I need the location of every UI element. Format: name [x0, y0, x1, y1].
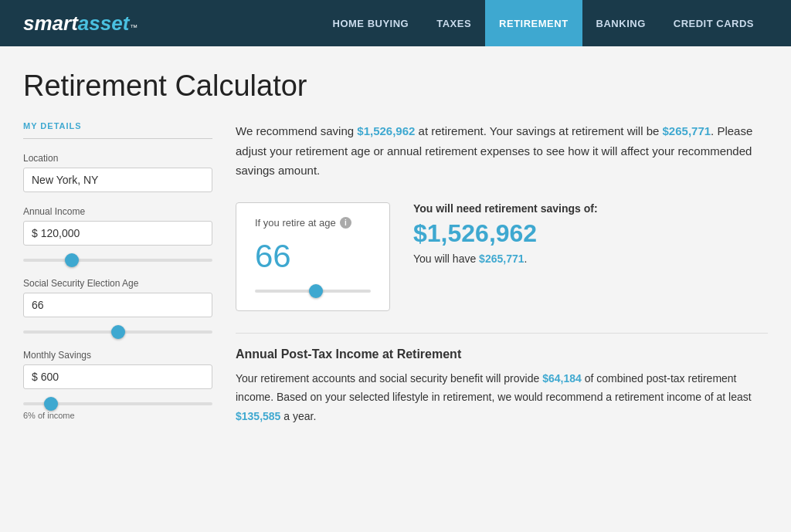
nav-credit-cards[interactable]: CREDIT CARDS — [660, 0, 768, 46]
savings-slider-wrap — [23, 395, 212, 408]
income-label: Annual Income — [23, 206, 212, 217]
annual-section: Annual Post-Tax Income at Retirement You… — [236, 333, 768, 426]
savings-slider[interactable] — [23, 402, 212, 405]
logo-tm: ™ — [130, 23, 137, 32]
savings-needed-label: You will need retirement savings of: — [413, 202, 768, 215]
header: smartasset™ HOME BUYING TAXES RETIREMENT… — [0, 0, 791, 46]
annual-amount2: $135,585 — [236, 410, 280, 422]
location-input[interactable] — [23, 168, 212, 192]
retire-area: If you retire at age i 66 You will need … — [236, 202, 768, 311]
page-title: Retirement Calculator — [23, 69, 768, 103]
savings-pct-label: 6% of income — [23, 411, 212, 420]
savings-needed-box: You will need retirement savings of: $1,… — [413, 202, 768, 265]
nav-banking[interactable]: BANKING — [582, 0, 660, 46]
info-icon[interactable]: i — [340, 217, 351, 229]
logo: smartasset™ — [23, 12, 137, 36]
ss-label: Social Security Election Age — [23, 278, 212, 289]
retire-box-label: If you retire at age i — [255, 217, 371, 229]
savings-have-period: . — [525, 252, 528, 265]
annual-title: Annual Post-Tax Income at Retirement — [236, 333, 768, 361]
savings-needed-amount: $1,526,962 — [413, 219, 768, 248]
income-slider[interactable] — [23, 259, 212, 262]
savings-label: Monthly Savings — [23, 350, 212, 361]
income-input[interactable] — [23, 221, 212, 246]
right-panel: We recommend saving $1,526,962 at retire… — [236, 121, 768, 434]
location-label: Location — [23, 153, 212, 164]
annual-text-after2: a year. — [280, 410, 316, 422]
rec-text-before1: We recommend saving — [236, 124, 357, 137]
retire-age-slider[interactable] — [255, 290, 371, 293]
retire-box-label-text: If you retire at age — [255, 217, 336, 229]
left-panel: MY DETAILS Location Annual Income Social… — [23, 121, 212, 434]
savings-have-amount: $265,771 — [479, 252, 524, 265]
rec-amount1: $1,526,962 — [357, 124, 415, 137]
divider — [23, 138, 212, 139]
logo-smart: smart — [23, 12, 78, 36]
ss-slider-wrap — [23, 324, 212, 336]
savings-have-text: You will have $265,771. — [413, 252, 768, 265]
rec-amount2: $265,771 — [663, 124, 711, 137]
retire-age-value: 66 — [255, 238, 371, 275]
logo-asset: asset — [78, 12, 130, 36]
annual-text: Your retirement accounts and social secu… — [236, 369, 768, 426]
page-container: Retirement Calculator MY DETAILS Locatio… — [0, 46, 791, 457]
ss-slider[interactable] — [23, 330, 212, 334]
ss-field-group: Social Security Election Age — [23, 278, 212, 336]
main-nav: HOME BUYING TAXES RETIREMENT BANKING CRE… — [319, 0, 768, 46]
recommendation-text: We recommend saving $1,526,962 at retire… — [236, 121, 768, 181]
savings-input[interactable] — [23, 364, 212, 389]
my-details-label: MY DETAILS — [23, 121, 212, 130]
content-row: MY DETAILS Location Annual Income Social… — [23, 121, 768, 434]
annual-text-before1: Your retirement accounts and social secu… — [236, 372, 542, 385]
nav-home-buying[interactable]: HOME BUYING — [319, 0, 423, 46]
ss-input[interactable] — [23, 293, 212, 317]
rec-text-after1: at retirement. Your savings at retiremen… — [415, 124, 662, 137]
retire-box: If you retire at age i 66 — [236, 202, 390, 311]
retire-age-slider-wrap — [255, 283, 371, 295]
nav-taxes[interactable]: TAXES — [423, 0, 485, 46]
annual-amount1: $64,184 — [542, 372, 582, 385]
location-field-group: Location — [23, 153, 212, 192]
savings-have-label: You will have — [413, 252, 479, 265]
income-slider-wrap — [23, 252, 212, 264]
income-field-group: Annual Income — [23, 206, 212, 264]
savings-field-group: Monthly Savings 6% of income — [23, 350, 212, 420]
nav-retirement[interactable]: RETIREMENT — [485, 0, 582, 46]
